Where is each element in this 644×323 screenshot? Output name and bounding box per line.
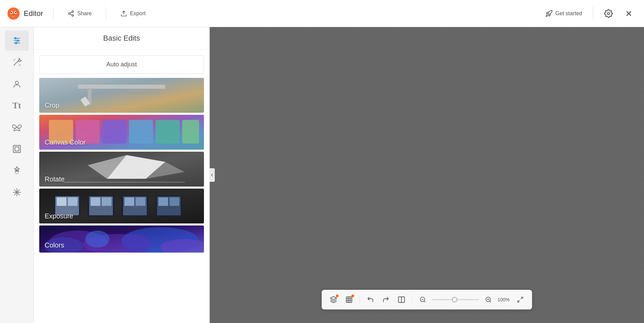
- patterns-icon: [12, 166, 22, 175]
- exposure-tool-card[interactable]: Exposure: [39, 189, 204, 223]
- header-right: Get started: [541, 7, 637, 20]
- redo-button[interactable]: [380, 293, 392, 306]
- svg-point-10: [72, 15, 74, 16]
- export-icon: [120, 10, 127, 17]
- svg-rect-69: [158, 197, 168, 206]
- svg-rect-41: [93, 91, 161, 94]
- zoom-value: 100%: [498, 297, 511, 302]
- settings-button[interactable]: [600, 7, 617, 20]
- svg-rect-46: [129, 120, 153, 144]
- svg-point-6: [8, 10, 11, 13]
- fullscreen-icon: [517, 296, 524, 303]
- sidebar-item-adjustments[interactable]: [5, 30, 29, 51]
- svg-rect-57: [57, 197, 67, 206]
- svg-point-20: [15, 38, 16, 39]
- main-content: Tt: [0, 27, 644, 323]
- svg-line-11: [70, 14, 72, 15]
- zoom-out-button[interactable]: [416, 293, 429, 306]
- chevron-left-icon: [211, 173, 213, 177]
- svg-rect-70: [169, 197, 179, 206]
- svg-point-3: [11, 12, 12, 13]
- get-started-label: Get started: [555, 10, 582, 17]
- svg-point-77: [85, 231, 110, 247]
- share-button[interactable]: Share: [64, 8, 96, 19]
- undo-button[interactable]: [364, 293, 377, 306]
- portrait-icon: [12, 79, 22, 89]
- svg-rect-66: [136, 197, 145, 206]
- header-divider-2: [106, 7, 106, 20]
- get-started-button[interactable]: Get started: [541, 8, 586, 19]
- header-divider-3: [593, 7, 593, 20]
- svg-point-8: [72, 10, 74, 12]
- bottom-toolbar: 100%: [322, 290, 532, 309]
- svg-rect-29: [13, 146, 20, 153]
- layers-icon: [330, 296, 337, 303]
- close-button[interactable]: [620, 7, 637, 20]
- magic-wand-icon: [12, 58, 22, 67]
- tool-sidebar: Tt: [0, 27, 34, 323]
- layers-button[interactable]: [327, 293, 340, 306]
- svg-line-128: [424, 301, 426, 302]
- panel-title-text: Basic Edits: [103, 34, 140, 42]
- svg-point-14: [607, 12, 610, 15]
- redo-icon: [382, 296, 390, 303]
- frames-icon: [12, 144, 22, 154]
- svg-rect-30: [15, 147, 19, 151]
- resize-badge: [351, 295, 354, 297]
- svg-point-21: [17, 40, 19, 42]
- colors-label: Colors: [39, 238, 70, 253]
- rotate-label: Rotate: [39, 172, 70, 187]
- edit-panel: Basic Edits Auto adjust: [34, 27, 210, 323]
- svg-rect-48: [182, 120, 199, 144]
- sidebar-item-patterns[interactable]: [5, 160, 29, 181]
- export-button[interactable]: Export: [116, 8, 150, 19]
- canvas-area: 100%: [210, 27, 644, 323]
- app-header: Editor Share Export: [0, 0, 644, 27]
- svg-point-9: [69, 13, 70, 14]
- svg-rect-119: [346, 297, 352, 303]
- sidebar-item-magic[interactable]: [5, 52, 29, 72]
- sidebar-item-portrait[interactable]: [5, 74, 29, 94]
- sidebar-item-text[interactable]: Tt: [5, 95, 29, 116]
- compare-icon: [398, 296, 405, 303]
- svg-point-5: [12, 14, 16, 17]
- svg-rect-47: [156, 120, 180, 144]
- sidebar-item-seasonal[interactable]: [5, 182, 29, 202]
- header-divider-1: [53, 7, 53, 20]
- crop-tool-card[interactable]: Crop: [39, 78, 204, 113]
- zoom-in-button[interactable]: [482, 293, 495, 306]
- svg-rect-61: [91, 197, 100, 206]
- auto-adjust-button[interactable]: Auto adjust: [39, 55, 204, 74]
- resize-icon: [345, 296, 353, 303]
- adjustments-icon: [12, 36, 22, 45]
- svg-point-0: [7, 7, 20, 20]
- sidebar-item-frames[interactable]: [5, 139, 29, 159]
- crop-label: Crop: [39, 98, 65, 113]
- svg-marker-118: [330, 297, 337, 300]
- compare-button[interactable]: [395, 293, 408, 306]
- svg-line-133: [521, 297, 523, 299]
- svg-point-4: [15, 12, 16, 13]
- export-label: Export: [130, 10, 145, 17]
- zoom-slider[interactable]: [432, 299, 479, 300]
- rotate-tool-card[interactable]: Rotate: [39, 152, 204, 187]
- sidebar-item-effects[interactable]: [5, 117, 29, 137]
- svg-rect-45: [102, 120, 127, 144]
- rocket-icon: [545, 10, 553, 17]
- svg-rect-65: [124, 197, 134, 206]
- svg-point-22: [15, 42, 17, 44]
- logo-area: Editor: [7, 7, 43, 20]
- colors-tool-card[interactable]: Colors: [39, 225, 204, 253]
- svg-rect-58: [68, 197, 78, 206]
- fullscreen-button[interactable]: [514, 293, 527, 306]
- exposure-label: Exposure: [39, 209, 79, 223]
- resize-button[interactable]: [343, 293, 355, 306]
- svg-point-28: [15, 81, 18, 84]
- gear-icon: [604, 9, 613, 18]
- share-label: Share: [77, 10, 92, 17]
- svg-line-23: [14, 61, 18, 65]
- panel-collapse-button[interactable]: [209, 168, 215, 182]
- canvas-color-tool-card[interactable]: Canvas Color: [39, 115, 204, 150]
- app-title: Editor: [24, 9, 43, 18]
- share-icon: [68, 10, 74, 17]
